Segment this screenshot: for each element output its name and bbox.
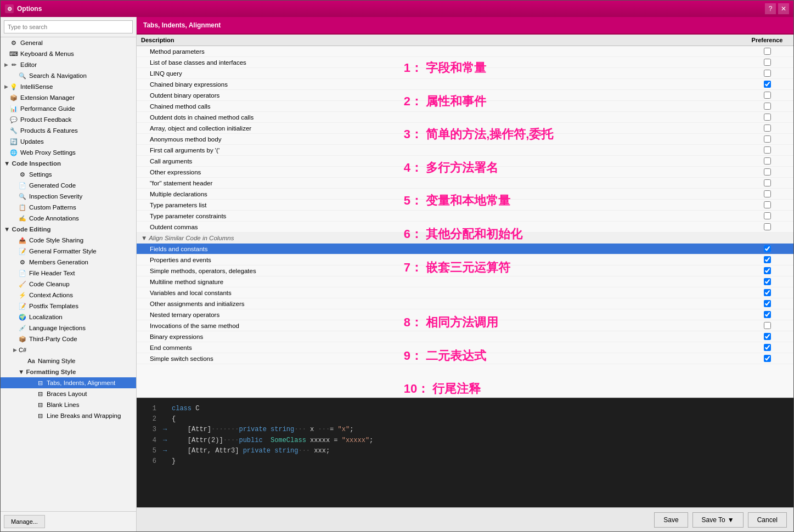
save-button[interactable]: Save [654, 512, 688, 528]
pref-checkbox[interactable] [764, 146, 771, 154]
pref-checkbox[interactable] [764, 333, 771, 340]
pref-checkbox[interactable] [764, 70, 771, 77]
table-row: Multiple declarations [137, 189, 793, 200]
sidebar-label: File Header Text [29, 270, 75, 276]
pref-checkbox[interactable] [764, 267, 771, 274]
pref-checkbox[interactable] [764, 179, 771, 186]
arrow-mark: → [163, 446, 172, 456]
sidebar-item-updates[interactable]: 🔄 Updates [1, 136, 136, 147]
intellisense-icon: 💡 [9, 82, 18, 91]
pref-checkbox[interactable] [764, 245, 771, 252]
cancel-button[interactable]: Cancel [748, 512, 787, 528]
products-icon: 🔧 [9, 126, 18, 135]
pref-checkbox[interactable] [764, 81, 771, 88]
table-row-fields[interactable]: Fields and constants [137, 244, 793, 254]
sidebar-item-generated-code[interactable]: 📄 Generated Code [1, 180, 136, 191]
line-number: 5 [143, 446, 156, 456]
tab-label: Tabs, Indents, Alignment [143, 21, 221, 29]
expand-arrow-icon: ▶ [12, 347, 18, 353]
performance-icon: 📊 [9, 104, 18, 113]
row-label: End comments [141, 344, 745, 351]
feedback-icon: 💬 [9, 115, 18, 124]
sidebar-item-line-breaks[interactable]: ⊟ Line Breaks and Wrapping [1, 410, 136, 421]
row-pref [745, 114, 789, 121]
sidebar-item-inspection-severity[interactable]: 🔍 Inspection Severity [1, 191, 136, 202]
pref-checkbox[interactable] [764, 48, 771, 55]
sidebar-item-third-party[interactable]: 📦 Third-Party Code [1, 333, 136, 344]
sidebar-item-postfix[interactable]: 📝 Postfix Templates [1, 301, 136, 312]
sidebar-item-code-style-sharing[interactable]: 📤 Code Style Sharing [1, 235, 136, 246]
sidebar-label: IntelliSense [20, 83, 53, 90]
row-pref [745, 278, 789, 285]
pref-checkbox[interactable] [764, 300, 771, 307]
window-title: Options [17, 5, 42, 13]
arrow-mark [163, 456, 172, 467]
row-pref [745, 92, 789, 99]
pref-checkbox[interactable] [764, 190, 771, 197]
sidebar-item-keyboard[interactable]: ⌨ Keyboard & Menus [1, 48, 136, 59]
table-row: "for" statement header [137, 178, 793, 189]
sidebar-item-products[interactable]: 🔧 Products & Features [1, 125, 136, 136]
sidebar-item-context-actions[interactable]: ⚡ Context Actions [1, 290, 136, 301]
pref-checkbox[interactable] [764, 59, 771, 66]
manage-button[interactable]: Manage... [4, 515, 45, 528]
sidebar-item-code-annotations[interactable]: ✍ Code Annotations [1, 213, 136, 224]
sidebar-tree: ⚙ General ⌨ Keyboard & Menus ▶ ✏ Editor [1, 37, 136, 511]
arrow-mark [163, 404, 172, 414]
sidebar-item-proxy[interactable]: 🌐 Web Proxy Settings [1, 147, 136, 158]
pref-checkbox[interactable] [764, 311, 771, 318]
sidebar-label: Custom Patterns [29, 204, 76, 211]
sidebar-item-extension-manager[interactable]: 📦 Extension Manager [1, 92, 136, 103]
save-to-button[interactable]: Save To ▼ [692, 512, 744, 528]
pref-checkbox[interactable] [764, 355, 771, 362]
pref-checkbox[interactable] [764, 157, 771, 165]
pref-checkbox[interactable] [764, 223, 771, 230]
pref-checkbox[interactable] [764, 212, 771, 219]
code-content: [Attr, Attr3] private string··· xxx; [172, 446, 330, 456]
close-button[interactable]: ✕ [778, 3, 789, 14]
sidebar-item-file-header[interactable]: 📄 File Header Text [1, 268, 136, 279]
pref-checkbox[interactable] [764, 344, 771, 351]
pref-checkbox[interactable] [764, 135, 771, 143]
sidebar-item-editor[interactable]: ▶ ✏ Editor [1, 59, 136, 70]
pref-checkbox[interactable] [764, 278, 771, 285]
third-party-icon: 📦 [18, 335, 27, 343]
pref-checkbox[interactable] [764, 114, 771, 121]
pref-checkbox[interactable] [764, 201, 771, 208]
row-label: First call arguments by '(' [141, 147, 745, 154]
pref-checkbox[interactable] [764, 92, 771, 99]
sidebar-item-intellisense[interactable]: ▶ 💡 IntelliSense [1, 81, 136, 92]
pref-checkbox[interactable] [764, 124, 771, 132]
sidebar-item-members-generation[interactable]: ⚙ Members Generation [1, 257, 136, 268]
sidebar-item-language-injections[interactable]: 💉 Language Injections [1, 322, 136, 333]
sidebar-item-csharp[interactable]: ▶ C# [1, 344, 136, 355]
sidebar-item-custom-patterns[interactable]: 📋 Custom Patterns [1, 202, 136, 213]
updates-icon: 🔄 [9, 137, 18, 146]
sidebar-item-general-formatter[interactable]: 📝 General Formatter Style [1, 246, 136, 257]
sidebar-item-naming-style[interactable]: Aa Naming Style [1, 355, 136, 366]
sidebar-item-search[interactable]: 🔍 Search & Navigation [1, 70, 136, 81]
pref-checkbox[interactable] [764, 256, 771, 263]
pref-checkbox[interactable] [764, 322, 771, 329]
sidebar-item-settings[interactable]: ⚙ Settings [1, 169, 136, 180]
search-input[interactable] [4, 20, 133, 33]
row-label: Multiple declarations [141, 191, 745, 197]
sidebar-item-product-feedback[interactable]: 💬 Product Feedback [1, 114, 136, 125]
sidebar-item-localization[interactable]: 🌍 Localization [1, 312, 136, 322]
pref-checkbox[interactable] [764, 103, 771, 110]
app-icon: ⚙ [5, 4, 14, 13]
search-icon: 🔍 [18, 71, 27, 80]
sidebar-item-code-cleanup[interactable]: 🧹 Code Cleanup [1, 279, 136, 290]
section-code-inspection: ▼ Code Inspection [1, 158, 136, 169]
sidebar-item-blank-lines[interactable]: ⊟ Blank Lines [1, 399, 136, 410]
row-label: Nested ternary operators [141, 312, 745, 318]
pref-checkbox[interactable] [764, 168, 771, 176]
sidebar-item-tabs-indents[interactable]: ⊟ Tabs, Indents, Alignment [1, 377, 136, 388]
sidebar-item-braces-layout[interactable]: ⊟ Braces Layout [1, 388, 136, 399]
sidebar-item-performance[interactable]: 📊 Performance Guide [1, 103, 136, 114]
options-window: ⚙ Options ? ✕ ⚙ General [0, 0, 794, 532]
chevron-down-icon: ▼ [728, 516, 734, 524]
pref-checkbox[interactable] [764, 289, 771, 296]
help-button[interactable]: ? [765, 3, 776, 14]
sidebar-item-general[interactable]: ⚙ General [1, 37, 136, 48]
